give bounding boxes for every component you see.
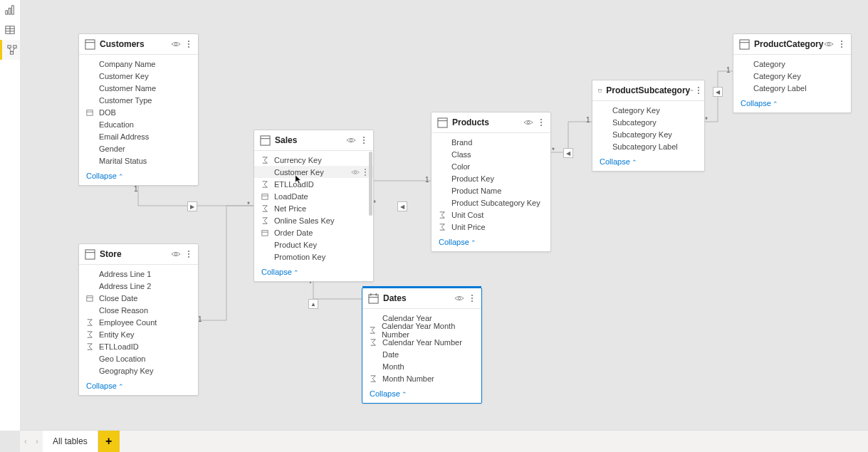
table-customers[interactable]: Customers Company NameCustomer KeyCustom…	[78, 33, 199, 186]
field-row[interactable]: Customer Name	[79, 82, 198, 94]
table-products[interactable]: Products BrandClassColorProduct KeyProdu…	[431, 112, 551, 252]
field-row[interactable]: Gender	[79, 142, 198, 154]
table-header[interactable]: Customers	[79, 34, 198, 55]
field-row[interactable]: Marital Status	[79, 154, 198, 167]
model-icon	[7, 45, 17, 55]
collapse-link[interactable]: Collapse	[741, 99, 778, 107]
table-product-category[interactable]: ProductCategory CategoryCategory KeyCate…	[733, 33, 852, 113]
more-options-icon[interactable]	[696, 85, 700, 95]
field-list: CategoryCategory KeyCategory Label	[733, 55, 851, 95]
report-view-button[interactable]	[0, 0, 20, 20]
table-header[interactable]: Store	[79, 244, 198, 265]
field-row[interactable]: Brand	[432, 136, 550, 148]
sum-icon	[437, 211, 447, 219]
table-header[interactable]: ProductSubcategory	[592, 80, 704, 101]
field-row[interactable]: Customer Key	[79, 70, 198, 82]
field-row[interactable]: Product Key	[254, 238, 373, 251]
field-row[interactable]: Order Date	[254, 226, 373, 238]
field-row[interactable]: Company Name	[79, 58, 198, 70]
collapse-link[interactable]: Collapse	[86, 382, 124, 390]
more-options-icon[interactable]	[467, 293, 477, 303]
table-header[interactable]: ProductCategory	[733, 34, 851, 55]
more-options-icon[interactable]	[184, 249, 194, 259]
model-canvas[interactable]: 1 * ▶ 1 * 1 ◀ * 1 ◀ * 1 ◀ * ▲ Customers …	[20, 0, 868, 431]
field-row[interactable]: Product Key	[432, 172, 550, 184]
model-view-button[interactable]	[0, 40, 22, 60]
field-row[interactable]: Month	[362, 360, 481, 372]
more-options-icon[interactable]	[184, 39, 194, 49]
table-entity-icon	[739, 39, 750, 50]
field-row[interactable]: Subcategory Label	[592, 140, 704, 152]
collapse-link[interactable]: Collapse	[86, 172, 124, 180]
field-row[interactable]: Color	[432, 160, 550, 172]
tab-prev-button[interactable]: ‹	[20, 431, 31, 452]
field-label: Gender	[99, 144, 125, 153]
field-row[interactable]: Category Key	[733, 70, 851, 82]
field-row[interactable]: Address Line 2	[79, 280, 198, 292]
add-layout-button[interactable]: +	[98, 431, 120, 452]
field-row[interactable]: Unit Cost	[432, 209, 550, 221]
more-options-icon[interactable]	[359, 135, 369, 145]
field-row[interactable]: ETLLoadID	[254, 178, 373, 190]
table-sales[interactable]: Sales Currency KeyCustomer KeyETLLoadIDL…	[253, 130, 374, 282]
field-row[interactable]: LoadDate	[254, 190, 373, 202]
visibility-icon[interactable]	[523, 117, 533, 127]
field-row[interactable]: Product Subcategory Key	[432, 196, 550, 209]
field-row[interactable]: Entity Key	[79, 328, 198, 340]
field-row[interactable]: Subcategory	[592, 116, 704, 128]
field-row[interactable]: Category Key	[592, 104, 704, 116]
more-options-icon[interactable]	[837, 39, 847, 49]
field-row[interactable]: ETLLoadID	[79, 340, 198, 352]
field-row[interactable]: Date	[362, 348, 481, 360]
collapse-link[interactable]: Collapse	[261, 268, 299, 276]
field-label: Customer Key	[274, 168, 324, 177]
layout-tab-all-tables[interactable]: All tables	[43, 431, 98, 452]
field-row[interactable]: Net Price	[254, 202, 373, 214]
field-row[interactable]: Calendar Year Month Number	[362, 324, 481, 336]
field-row[interactable]: Class	[432, 148, 550, 160]
field-row[interactable]: Month Number	[362, 372, 481, 384]
visibility-icon[interactable]	[454, 293, 464, 303]
field-row[interactable]: Online Sales Key	[254, 214, 373, 226]
field-row[interactable]: DOB	[79, 106, 198, 118]
field-row[interactable]: Employee Count	[79, 316, 198, 328]
more-options-icon[interactable]	[536, 117, 546, 127]
field-row[interactable]: Email Address	[79, 130, 198, 142]
table-store[interactable]: Store Address Line 1Address Line 2Close …	[78, 243, 199, 396]
tab-next-button[interactable]: ›	[31, 431, 43, 452]
scrollbar[interactable]	[369, 152, 372, 216]
field-row[interactable]: Customer Type	[79, 94, 198, 106]
field-row[interactable]: Close Reason	[79, 304, 198, 316]
table-header[interactable]: Sales	[254, 130, 373, 151]
visibility-icon[interactable]	[690, 85, 694, 95]
field-row[interactable]: Category Label	[733, 82, 851, 94]
collapse-link[interactable]: Collapse	[600, 157, 637, 166]
visibility-icon[interactable]	[824, 39, 834, 49]
field-row[interactable]: Unit Price	[432, 221, 550, 233]
field-row[interactable]: Currency Key	[254, 154, 373, 166]
data-view-button[interactable]	[0, 20, 20, 40]
table-product-subcategory[interactable]: ProductSubcategory Category KeySubcatego…	[592, 80, 705, 172]
visibility-icon[interactable]	[171, 39, 181, 49]
sum-icon	[260, 217, 270, 224]
field-row[interactable]: Product Name	[432, 184, 550, 196]
field-row[interactable]: Subcategory Key	[592, 128, 704, 140]
chart-icon	[5, 5, 15, 15]
visibility-icon[interactable]	[171, 249, 181, 259]
field-row[interactable]: Promotion Key	[254, 251, 373, 263]
table-dates[interactable]: Dates Calendar YearCalendar Year Month N…	[362, 288, 482, 404]
field-row[interactable]: Education	[79, 118, 198, 130]
field-row[interactable]: Geography Key	[79, 364, 198, 377]
collapse-link[interactable]: Collapse	[370, 389, 407, 398]
visibility-icon[interactable]	[346, 135, 356, 145]
table-header[interactable]: Dates	[362, 288, 481, 309]
field-row[interactable]: Category	[733, 58, 851, 70]
field-row[interactable]: Address Line 1	[79, 268, 198, 280]
field-row[interactable]: Geo Location	[79, 352, 198, 364]
collapse-link[interactable]: Collapse	[439, 238, 476, 246]
field-row[interactable]: Close Date	[79, 292, 198, 304]
field-row[interactable]: Customer Key	[254, 166, 373, 178]
table-header[interactable]: Products	[432, 112, 550, 133]
svg-rect-15	[87, 110, 93, 115]
field-row-actions[interactable]	[351, 168, 369, 177]
